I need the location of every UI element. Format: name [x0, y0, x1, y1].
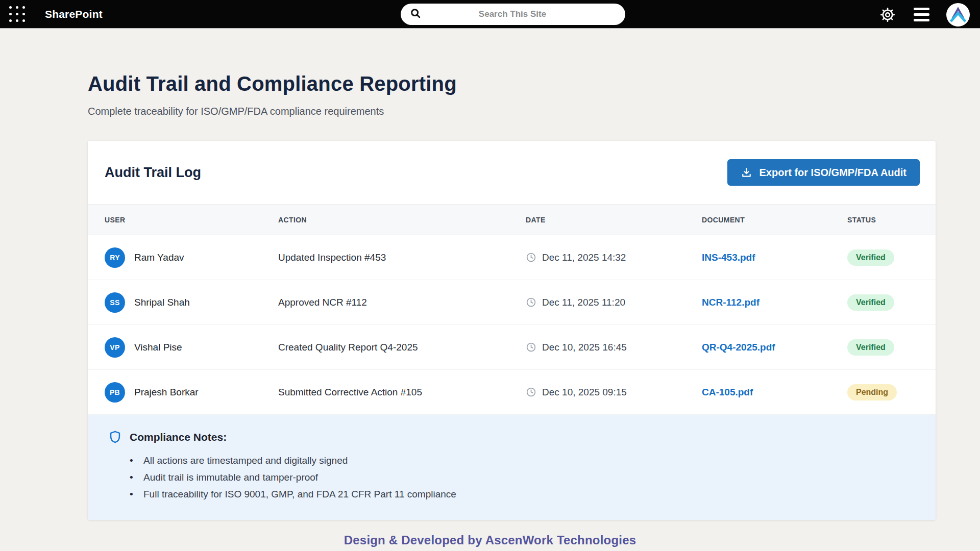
ascenwork-logo-icon: [948, 5, 968, 25]
topbar-right-cluster: [878, 0, 970, 29]
date-cell: Dec 10, 2025 09:15: [526, 387, 702, 398]
user-name: Vishal Pise: [134, 342, 182, 353]
table-row: SS Shripal Shah Approved NCR #112 Dec 11…: [88, 280, 936, 325]
document-link[interactable]: QR-Q4-2025.pdf: [702, 342, 847, 353]
table-row: VP Vishal Pise Created Quality Report Q4…: [88, 325, 936, 370]
shield-icon: [108, 430, 122, 444]
compliance-notes-section: Compliance Notes: All actions are timest…: [88, 415, 936, 520]
user-cell: PB Prajesh Borkar: [105, 382, 278, 403]
clock-icon: [526, 252, 536, 263]
user-avatar: RY: [105, 247, 125, 268]
document-link[interactable]: INS-453.pdf: [702, 252, 847, 263]
table-row: PB Prajesh Borkar Submitted Corrective A…: [88, 370, 936, 415]
compliance-notes-title: Compliance Notes:: [130, 431, 227, 443]
status-badge: Verified: [847, 339, 894, 356]
date-cell: Dec 11, 2025 11:20: [526, 297, 702, 308]
clock-icon: [526, 387, 536, 397]
user-name: Shripal Shah: [134, 297, 190, 308]
clock-icon: [526, 297, 536, 308]
action-text: Created Quality Report Q4-2025: [278, 342, 526, 353]
date-cell: Dec 10, 2025 16:45: [526, 342, 702, 353]
document-link[interactable]: CA-105.pdf: [702, 387, 847, 398]
date-cell: Dec 11, 2025 14:32: [526, 252, 702, 263]
suite-top-bar: SharePoint: [0, 0, 980, 29]
card-title: Audit Trail Log: [105, 165, 201, 181]
settings-gear-icon[interactable]: [878, 6, 897, 24]
page-heading-section: Audit Trail and Compliance Reporting Com…: [88, 72, 980, 117]
page-footer: Design & Developed by AscenWork Technolo…: [0, 533, 980, 547]
column-header-status: STATUS: [847, 216, 936, 224]
user-cell: VP Vishal Pise: [105, 337, 278, 358]
table-header-row: USER ACTION DATE DOCUMENT STATUS: [88, 204, 936, 235]
card-header: Audit Trail Log Export for ISO/GMP/FDA A…: [88, 141, 936, 204]
column-header-action: ACTION: [278, 216, 526, 224]
footer-credit-text: Design & Developed by AscenWork Technolo…: [0, 533, 980, 547]
column-header-document: DOCUMENT: [702, 216, 847, 224]
user-name: Prajesh Borkar: [134, 387, 199, 398]
column-header-date: DATE: [526, 216, 702, 224]
user-avatar: VP: [105, 337, 125, 358]
date-text: Dec 11, 2025 14:32: [542, 252, 626, 263]
user-avatar: SS: [105, 292, 125, 313]
user-avatar: PB: [105, 382, 125, 403]
table-row: RY Ram Yadav Updated Inspection #453 Dec…: [88, 235, 936, 280]
clock-icon: [526, 342, 536, 353]
action-text: Updated Inspection #453: [278, 252, 526, 263]
date-text: Dec 11, 2025 11:20: [542, 297, 625, 308]
action-text: Approved NCR #112: [278, 297, 526, 308]
user-cell: SS Shripal Shah: [105, 292, 278, 313]
app-launcher-waffle-icon[interactable]: [8, 6, 26, 23]
user-cell: RY Ram Yadav: [105, 247, 278, 268]
column-header-user: USER: [105, 216, 278, 224]
download-icon: [741, 167, 752, 179]
action-text: Submitted Corrective Action #105: [278, 387, 526, 398]
date-text: Dec 10, 2025 16:45: [542, 342, 627, 353]
compliance-notes-header: Compliance Notes:: [108, 430, 915, 444]
date-text: Dec 10, 2025 09:15: [542, 387, 627, 398]
search-icon: [410, 8, 421, 21]
status-badge: Pending: [847, 384, 897, 400]
compliance-note-item: Full traceability for ISO 9001, GMP, and…: [130, 486, 915, 503]
status-badge: Verified: [847, 249, 894, 266]
export-button-label: Export for ISO/GMP/FDA Audit: [759, 167, 906, 179]
audit-trail-card: Audit Trail Log Export for ISO/GMP/FDA A…: [88, 141, 936, 520]
page-title: Audit Trail and Compliance Reporting: [88, 72, 980, 95]
compliance-notes-list: All actions are timestamped and digitall…: [130, 452, 915, 503]
hamburger-menu-icon[interactable]: [914, 8, 929, 21]
sharepoint-brand-link[interactable]: SharePoint: [45, 8, 103, 20]
search-input[interactable]: [421, 9, 617, 19]
document-link[interactable]: NCR-112.pdf: [702, 297, 847, 308]
compliance-note-item: All actions are timestamped and digitall…: [130, 452, 915, 469]
compliance-note-item: Audit trail is immutable and tamper-proo…: [130, 469, 915, 486]
account-avatar-logo[interactable]: [946, 3, 970, 27]
page-subtitle: Complete traceability for ISO/GMP/FDA co…: [88, 106, 980, 117]
site-search-box[interactable]: [401, 4, 625, 25]
export-audit-button[interactable]: Export for ISO/GMP/FDA Audit: [727, 159, 920, 186]
user-name: Ram Yadav: [134, 252, 184, 263]
status-badge: Verified: [847, 294, 894, 311]
